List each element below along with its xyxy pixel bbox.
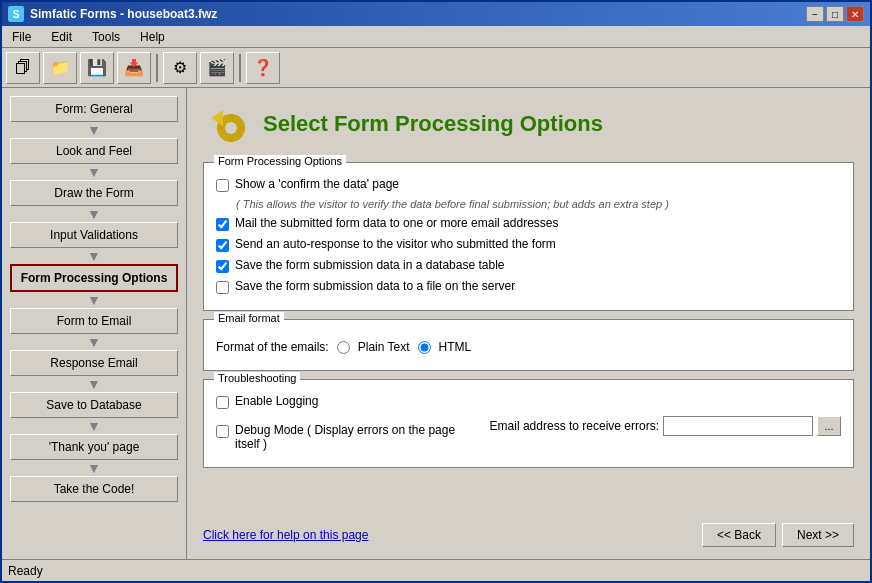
- new-button[interactable]: 🗍: [6, 52, 40, 84]
- menu-help[interactable]: Help: [134, 28, 171, 46]
- enable-logging-row: Enable Logging: [216, 394, 470, 409]
- arrow-2: ▼: [10, 165, 178, 179]
- app-icon: S: [8, 6, 24, 22]
- page-icon: [203, 100, 251, 148]
- sidebar-item-form-to-email[interactable]: Form to Email: [10, 308, 178, 334]
- plain-text-radio[interactable]: [337, 341, 350, 354]
- title-bar-left: S Simfatic Forms - houseboat3.fwz: [8, 6, 217, 22]
- email-format-group: Email format Format of the emails: Plain…: [203, 319, 854, 371]
- arrow-3: ▼: [10, 207, 178, 221]
- menu-bar: File Edit Tools Help: [2, 26, 870, 48]
- close-button[interactable]: ✕: [846, 6, 864, 22]
- enable-logging-checkbox[interactable]: [216, 396, 229, 409]
- toolbar-separator2: [239, 54, 241, 82]
- help-button[interactable]: ❓: [246, 52, 280, 84]
- mail-data-label: Mail the submitted form data to one or m…: [235, 216, 558, 230]
- content-area: Select Form Processing Options Form Proc…: [187, 88, 870, 559]
- nav-buttons: << Back Next >>: [702, 523, 854, 547]
- arrow-4: ▼: [10, 249, 178, 263]
- troubleshooting-group: Troubleshooting Enable Logging Debug Mod…: [203, 379, 854, 468]
- save-database-row: Save the form submission data in a datab…: [216, 258, 841, 273]
- minimize-button[interactable]: −: [806, 6, 824, 22]
- svg-rect-2: [229, 114, 233, 120]
- save-button[interactable]: 💾: [80, 52, 114, 84]
- arrow-6: ▼: [10, 335, 178, 349]
- save-database-checkbox[interactable]: [216, 260, 229, 273]
- next-button[interactable]: Next >>: [782, 523, 854, 547]
- toolbar: 🗍 📁 💾 📥 ⚙ 🎬 ❓: [2, 48, 870, 88]
- open-button[interactable]: 📁: [43, 52, 77, 84]
- sidebar-item-input-validations[interactable]: Input Validations: [10, 222, 178, 248]
- save-file-checkbox[interactable]: [216, 281, 229, 294]
- app-window: S Simfatic Forms - houseboat3.fwz − □ ✕ …: [0, 0, 872, 583]
- status-bar: Ready: [2, 559, 870, 581]
- auto-response-checkbox[interactable]: [216, 239, 229, 252]
- email-errors-label: Email address to receive errors:: [490, 419, 659, 433]
- html-radio[interactable]: [418, 341, 431, 354]
- browse-button[interactable]: ...: [817, 416, 841, 436]
- toolbar-separator: [156, 54, 158, 82]
- page-title: Select Form Processing Options: [263, 111, 603, 137]
- page-header: Select Form Processing Options: [203, 100, 854, 148]
- arrow-8: ▼: [10, 419, 178, 433]
- title-bar-buttons: − □ ✕: [806, 6, 864, 22]
- confirm-page-label: Show a 'confirm the data' page: [235, 177, 399, 191]
- svg-rect-4: [217, 126, 223, 130]
- svg-point-1: [225, 122, 237, 134]
- troubleshoot-right: Email address to receive errors: ...: [490, 394, 841, 457]
- debug-mode-label: Debug Mode ( Display errors on the page …: [235, 423, 470, 451]
- confirm-page-row: Show a 'confirm the data' page: [216, 177, 841, 192]
- debug-mode-checkbox[interactable]: [216, 425, 229, 438]
- troubleshooting-label: Troubleshooting: [214, 372, 300, 384]
- confirm-page-checkbox[interactable]: [216, 179, 229, 192]
- auto-response-label: Send an auto-response to the visitor who…: [235, 237, 556, 251]
- arrow-9: ▼: [10, 461, 178, 475]
- main-area: Form: General ▼ Look and Feel ▼ Draw the…: [2, 88, 870, 559]
- maximize-button[interactable]: □: [826, 6, 844, 22]
- email-format-row: Format of the emails: Plain Text HTML: [216, 334, 841, 360]
- format-of-emails-label: Format of the emails:: [216, 340, 329, 354]
- back-button[interactable]: << Back: [702, 523, 776, 547]
- form-processing-options-label: Form Processing Options: [214, 155, 346, 167]
- email-format-label: Email format: [214, 312, 284, 324]
- status-text: Ready: [8, 564, 43, 578]
- sidebar-item-look-and-feel[interactable]: Look and Feel: [10, 138, 178, 164]
- sidebar-item-take-the-code[interactable]: Take the Code!: [10, 476, 178, 502]
- enable-logging-label: Enable Logging: [235, 394, 318, 408]
- title-bar: S Simfatic Forms - houseboat3.fwz − □ ✕: [2, 2, 870, 26]
- svg-marker-6: [211, 110, 223, 126]
- menu-file[interactable]: File: [6, 28, 37, 46]
- save-database-label: Save the form submission data in a datab…: [235, 258, 505, 272]
- arrow-7: ▼: [10, 377, 178, 391]
- window-title: Simfatic Forms - houseboat3.fwz: [30, 7, 217, 21]
- menu-tools[interactable]: Tools: [86, 28, 126, 46]
- sidebar-item-draw-the-form[interactable]: Draw the Form: [10, 180, 178, 206]
- save-file-row: Save the form submission data to a file …: [216, 279, 841, 294]
- plain-text-label: Plain Text: [358, 340, 410, 354]
- arrow-5: ▼: [10, 293, 178, 307]
- html-label: HTML: [439, 340, 472, 354]
- mail-data-checkbox[interactable]: [216, 218, 229, 231]
- svg-rect-3: [229, 136, 233, 142]
- saveas-button[interactable]: 📥: [117, 52, 151, 84]
- film-button[interactable]: 🎬: [200, 52, 234, 84]
- wizard-button[interactable]: ⚙: [163, 52, 197, 84]
- save-file-label: Save the form submission data to a file …: [235, 279, 515, 293]
- svg-rect-5: [239, 126, 245, 130]
- debug-mode-row: Debug Mode ( Display errors on the page …: [216, 423, 470, 451]
- sidebar-item-form-processing-options[interactable]: Form Processing Options: [10, 264, 178, 292]
- confirm-page-hint: ( This allows the visitor to verify the …: [236, 198, 841, 210]
- form-processing-options-group: Form Processing Options Show a 'confirm …: [203, 162, 854, 311]
- auto-response-row: Send an auto-response to the visitor who…: [216, 237, 841, 252]
- menu-edit[interactable]: Edit: [45, 28, 78, 46]
- content-footer: Click here for help on this page << Back…: [203, 515, 854, 547]
- sidebar-item-save-to-database[interactable]: Save to Database: [10, 392, 178, 418]
- email-errors-input[interactable]: [663, 416, 813, 436]
- arrow-1: ▼: [10, 123, 178, 137]
- mail-data-row: Mail the submitted form data to one or m…: [216, 216, 841, 231]
- sidebar-item-response-email[interactable]: Response Email: [10, 350, 178, 376]
- sidebar-item-form-general[interactable]: Form: General: [10, 96, 178, 122]
- sidebar: Form: General ▼ Look and Feel ▼ Draw the…: [2, 88, 187, 559]
- help-link[interactable]: Click here for help on this page: [203, 528, 368, 542]
- sidebar-item-thank-you-page[interactable]: 'Thank you' page: [10, 434, 178, 460]
